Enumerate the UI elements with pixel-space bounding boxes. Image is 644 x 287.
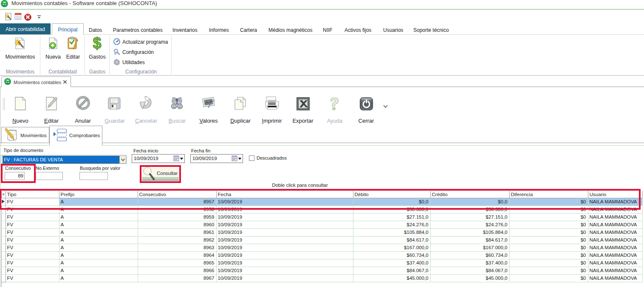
svg-text:$: $ — [93, 36, 101, 52]
